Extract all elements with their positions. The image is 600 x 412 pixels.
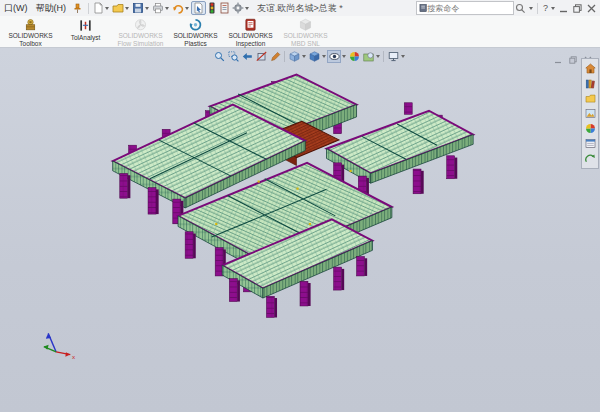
view-settings-dropdown-icon[interactable]: [401, 55, 405, 58]
help-dropdown-icon[interactable]: [551, 7, 555, 10]
form-window-icon: [585, 138, 596, 149]
print-button[interactable]: [151, 2, 171, 14]
addin-plastics[interactable]: SOLIDWORKS Plastics: [168, 16, 223, 47]
search-doc-icon: [419, 3, 427, 13]
apply-scene-dropdown-icon[interactable]: [376, 55, 380, 58]
options-button[interactable]: [231, 2, 251, 14]
doc-restore-button[interactable]: [569, 50, 577, 68]
search-input[interactable]: [427, 4, 511, 13]
pin-menu-icon[interactable]: [73, 3, 82, 14]
zoom-to-fit-icon[interactable]: [212, 50, 226, 63]
divider: [383, 51, 384, 62]
addin-label: SOLIDWORKS MBD SNL: [278, 32, 333, 47]
picture-icon: [585, 108, 596, 119]
toolbox-icon: [23, 18, 38, 31]
divider: [537, 3, 538, 14]
open-dropdown-icon[interactable]: [125, 7, 129, 10]
doc-minimize-button[interactable]: [554, 50, 562, 68]
file-explorer-tab[interactable]: [584, 92, 597, 105]
tolanalyst-icon: [78, 18, 93, 33]
rebuild-button[interactable]: [206, 2, 218, 14]
addin-tolanalyst[interactable]: TolAnalyst: [58, 16, 113, 47]
heads-up-view-toolbar: [212, 50, 406, 63]
search-button[interactable]: [514, 2, 528, 15]
previous-view-icon[interactable]: [240, 50, 254, 63]
view-orientation-icon[interactable]: [287, 50, 301, 63]
command-manager-ribbon: SOLIDWORKS Toolbox TolAnalyst SOLIDWORKS…: [0, 16, 600, 48]
view-orientation-dropdown-icon[interactable]: [302, 55, 306, 58]
close-button[interactable]: [584, 2, 598, 15]
menu-bar: 口(W) 帮助(H): [0, 2, 70, 15]
print-dropdown-icon[interactable]: [165, 7, 169, 10]
hide-show-dropdown-icon[interactable]: [342, 55, 346, 58]
divider: [284, 51, 285, 62]
restore-button[interactable]: [570, 2, 584, 15]
addin-label: SOLIDWORKS Inspection: [223, 32, 278, 47]
new-button[interactable]: [92, 2, 111, 14]
addin-label: SOLIDWORKS Plastics: [168, 32, 223, 47]
save-button[interactable]: [131, 2, 151, 14]
annotation-icon[interactable]: [268, 50, 282, 63]
undo-button[interactable]: [171, 2, 191, 14]
inspection-icon: [243, 18, 258, 31]
hide-show-items-icon[interactable]: [327, 50, 341, 63]
help-button[interactable]: ?: [541, 3, 550, 13]
mbd-icon: [298, 18, 313, 31]
display-style-dropdown-icon[interactable]: [322, 55, 326, 58]
display-style-icon[interactable]: [307, 50, 321, 63]
addin-mbd-snl: SOLIDWORKS MBD SNL: [278, 16, 333, 47]
open-button[interactable]: [111, 2, 131, 14]
addin-flow-simulation: SOLIDWORKS Flow Simulation: [113, 16, 168, 47]
options-dropdown-icon[interactable]: [245, 7, 249, 10]
file-properties-button[interactable]: [218, 2, 231, 14]
custom-properties-tab[interactable]: [584, 137, 597, 150]
task-pane-tabs: [581, 58, 599, 169]
title-bar: 口(W) 帮助(H): [0, 0, 600, 17]
solidworks-forum-tab[interactable]: [584, 152, 597, 165]
folder-icon: [585, 93, 596, 104]
menu-window[interactable]: 口(W): [0, 2, 32, 15]
undo-dropdown-icon[interactable]: [185, 7, 189, 10]
document-title: 友谊.欧尚名城>总装 *: [257, 2, 343, 15]
reference-triad: x: [44, 333, 76, 360]
addin-label: SOLIDWORKS Toolbox: [3, 32, 58, 47]
edit-appearance-icon[interactable]: [347, 50, 361, 63]
addin-label: TolAnalyst: [71, 34, 101, 41]
flow-simulation-icon: [133, 18, 148, 31]
zoom-to-area-icon[interactable]: [226, 50, 240, 63]
menu-help[interactable]: 帮助(H): [32, 2, 71, 15]
design-library-tab[interactable]: [584, 77, 597, 90]
search-dropdown-icon[interactable]: [529, 7, 533, 10]
select-button[interactable]: [191, 1, 206, 15]
save-dropdown-icon[interactable]: [145, 7, 149, 10]
section-view-icon[interactable]: [254, 50, 268, 63]
addin-inspection[interactable]: SOLIDWORKS Inspection: [223, 16, 278, 47]
minimize-button[interactable]: [556, 2, 570, 15]
new-dropdown-icon[interactable]: [105, 7, 109, 10]
view-settings-icon[interactable]: [386, 50, 400, 63]
addin-label: SOLIDWORKS Flow Simulation: [113, 32, 168, 47]
quick-access-toolbar: [92, 1, 251, 15]
forum-arrow-icon: [585, 153, 596, 164]
appearances-scenes-tab[interactable]: [584, 122, 597, 135]
apply-scene-icon[interactable]: [361, 50, 375, 63]
search-box[interactable]: [416, 1, 514, 15]
model-canvas[interactable]: x: [0, 48, 600, 412]
graphics-viewport[interactable]: x: [0, 48, 600, 412]
plastics-icon: [188, 18, 203, 31]
addin-solidworks-toolbox[interactable]: SOLIDWORKS Toolbox: [3, 16, 58, 47]
divider: [88, 3, 89, 14]
solidworks-resources-tab[interactable]: [584, 62, 597, 75]
appearance-ball-icon: [585, 123, 596, 134]
books-icon: [585, 78, 596, 89]
home-icon: [585, 63, 596, 74]
view-palette-tab[interactable]: [584, 107, 597, 120]
triad-x-label: x: [72, 353, 76, 360]
